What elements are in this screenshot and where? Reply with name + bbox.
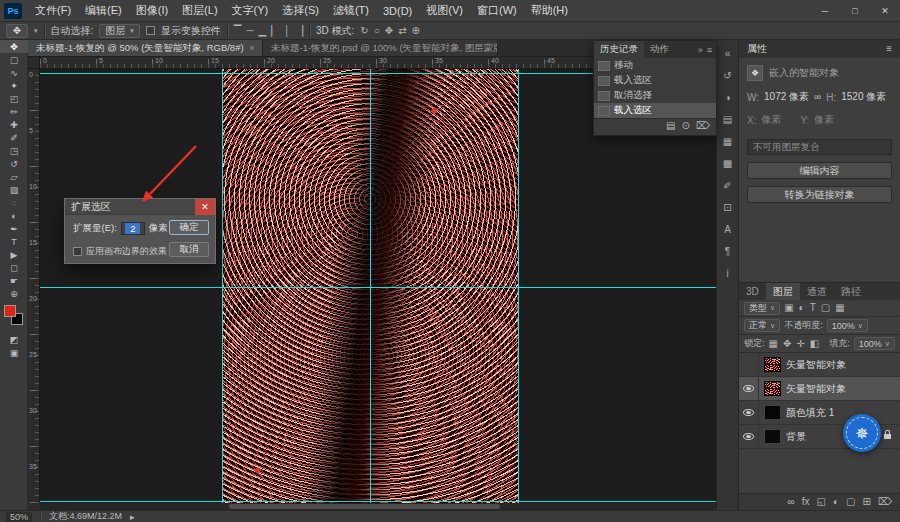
new-document-from-state-icon[interactable]: ▤ <box>666 121 675 131</box>
horizontal-scrollbar[interactable] <box>40 503 716 510</box>
character-panel-icon[interactable]: A <box>717 218 739 240</box>
menu-item-9[interactable]: 视图(V) <box>419 0 470 21</box>
quick-mask[interactable]: ◩ <box>0 333 28 346</box>
ruler-corner[interactable] <box>28 57 40 69</box>
menu-item-11[interactable]: 帮助(H) <box>524 0 575 21</box>
align-left-edges-icon[interactable]: ▏ <box>271 26 279 36</box>
minimize-button[interactable]: ─ <box>810 0 840 21</box>
lock-position-icon[interactable]: ✛ <box>796 339 804 349</box>
align-horizontal-centers-icon[interactable]: │ <box>284 26 290 36</box>
eyedropper-tool[interactable]: ✏ <box>0 105 28 118</box>
layer-thumbnail[interactable] <box>764 429 781 444</box>
menu-item-10[interactable]: 窗口(W) <box>470 0 524 21</box>
filter-smart-objects-icon[interactable]: ▦ <box>835 303 844 313</box>
menu-item-7[interactable]: 滤镜(T) <box>326 0 376 21</box>
ok-button[interactable]: 确定 <box>169 220 209 235</box>
history-state[interactable]: 移动 <box>594 58 716 73</box>
scrollbar-thumb[interactable] <box>229 504 499 509</box>
guide-vertical-left[interactable] <box>222 69 223 503</box>
3d-drag-icon[interactable]: ✥ <box>385 26 393 36</box>
visibility-toggle[interactable] <box>739 425 759 448</box>
history-state[interactable]: 载入选区 <box>594 103 716 118</box>
lock-all-icon[interactable]: ◧ <box>810 339 819 349</box>
height-value[interactable]: 1520 像素 <box>841 90 886 104</box>
apply-canvas-bounds-checkbox[interactable] <box>73 247 82 256</box>
layer-effects-icon[interactable]: fx <box>802 497 810 507</box>
panel-menu-icon[interactable]: ≡ <box>707 45 712 55</box>
link-layers-icon[interactable]: ∞ <box>788 497 795 507</box>
opacity-select[interactable]: 100% ∨ <box>827 319 868 332</box>
menu-item-2[interactable]: 编辑(E) <box>78 0 129 21</box>
filter-pixel-layers-icon[interactable]: ▣ <box>784 303 793 313</box>
info-panel-icon[interactable]: i <box>717 262 739 284</box>
new-snapshot-icon[interactable]: ⊙ <box>681 121 689 131</box>
3d-scale-icon[interactable]: ⊕ <box>412 26 420 36</box>
layer-thumbnail[interactable] <box>764 381 781 396</box>
layer-row[interactable]: 矢量智能对象 <box>739 353 900 377</box>
edit-content-button[interactable]: 编辑内容 <box>747 162 892 179</box>
libraries-panel-icon[interactable]: ▤ <box>717 108 739 130</box>
menu-item-6[interactable]: 选择(S) <box>275 0 326 21</box>
blur-tool[interactable]: ◌ <box>0 196 28 209</box>
adjustments-panel-icon[interactable]: ◑ <box>717 86 739 108</box>
clone-stamp-tool[interactable]: ◳ <box>0 144 28 157</box>
screen-mode[interactable]: ▣ <box>0 346 28 359</box>
brushes-panel-icon[interactable]: ✐ <box>717 174 739 196</box>
layer-thumbnail[interactable] <box>764 357 781 372</box>
fill-select[interactable]: 100% ∨ <box>854 337 895 350</box>
width-value[interactable]: 1072 像素 <box>764 90 809 104</box>
marquee-tool[interactable]: ▢ <box>0 53 28 66</box>
document-tab-2[interactable]: 未标题-1-恢复的.psd @ 100% (矢量智能对象, 图层蒙版/8)× <box>263 40 498 56</box>
link-dimensions-icon[interactable]: ∞ <box>814 92 821 102</box>
cancel-button[interactable]: 取消 <box>169 242 209 257</box>
align-right-edges-icon[interactable]: ▕ <box>295 26 303 36</box>
zoom-level-field[interactable]: 50% <box>6 512 32 522</box>
lock-transparency-icon[interactable]: ▦ <box>769 339 778 349</box>
properties-tab[interactable]: 属性 <box>747 42 767 56</box>
x-value[interactable]: 像素 <box>761 113 781 127</box>
align-top-edges-icon[interactable]: ▔ <box>234 26 242 36</box>
type-tool[interactable]: T <box>0 235 28 248</box>
color-panel-icon[interactable]: ▦ <box>717 130 739 152</box>
filter-type-select[interactable]: 类型 ∨ <box>744 302 780 315</box>
swatches-panel-icon[interactable]: ▩ <box>717 152 739 174</box>
history-state[interactable]: 取消选择 <box>594 88 716 103</box>
align-vertical-centers-icon[interactable]: ─ <box>247 26 254 36</box>
status-chevron-icon[interactable]: ▸ <box>130 512 135 522</box>
blend-mode-select[interactable]: 正常 ∨ <box>744 319 780 332</box>
3d-roll-icon[interactable]: ○ <box>374 26 380 36</box>
eraser-tool[interactable]: ▱ <box>0 170 28 183</box>
dialog-title-bar[interactable]: 扩展选区 ✕ <box>65 199 215 215</box>
healing-brush-tool[interactable]: ✚ <box>0 118 28 131</box>
document-tab-1[interactable]: 未标题-1-恢复的 @ 50% (矢量智能对象, RGB/8#)× <box>28 40 263 56</box>
new-layer-icon[interactable]: ⊞ <box>862 497 870 507</box>
history-state[interactable]: 载入选区 <box>594 73 716 88</box>
ruler-left[interactable]: 05101520253035 <box>28 69 40 503</box>
current-tool-icon[interactable]: ✥ <box>6 24 28 38</box>
align-bottom-edges-icon[interactable]: ▁ <box>259 26 267 36</box>
3d-slide-icon[interactable]: ⇄ <box>398 26 406 36</box>
filter-type-layers-icon[interactable]: T <box>810 303 816 313</box>
expand-amount-input[interactable]: 2 <box>121 222 145 235</box>
visibility-toggle[interactable] <box>739 377 759 400</box>
layer-comp-select[interactable]: 不可用图层复合 <box>747 139 892 155</box>
show-transform-checkbox[interactable] <box>146 26 155 35</box>
panel-menu-icon[interactable]: ≡ <box>886 44 892 54</box>
guide-vertical-right[interactable] <box>518 69 519 503</box>
pen-tool[interactable]: ✒ <box>0 222 28 235</box>
clone-source-panel-icon[interactable]: ⊡ <box>717 196 739 218</box>
lock-pixels-icon[interactable]: ✥ <box>783 339 791 349</box>
crop-tool[interactable]: ◰ <box>0 92 28 105</box>
hand-tool[interactable]: ☛ <box>0 274 28 287</box>
shape-tool[interactable]: ◻ <box>0 261 28 274</box>
3d-rotate-icon[interactable]: ↻ <box>360 26 368 36</box>
delete-state-icon[interactable]: ⌦ <box>696 121 710 131</box>
layers-panel-tab-4[interactable]: 路径 <box>834 283 868 300</box>
history-tab-1[interactable]: 历史记录 <box>594 41 644 58</box>
layers-panel-tab-2[interactable]: 图层 <box>766 283 800 300</box>
guide-vertical-center[interactable] <box>370 69 371 503</box>
history-panel-icon[interactable]: ↺ <box>717 64 739 86</box>
gradient-tool[interactable]: ▨ <box>0 183 28 196</box>
convert-to-linked-button[interactable]: 转换为链接对象 <box>747 186 892 203</box>
new-adjustment-layer-icon[interactable]: ◐ <box>833 497 839 507</box>
